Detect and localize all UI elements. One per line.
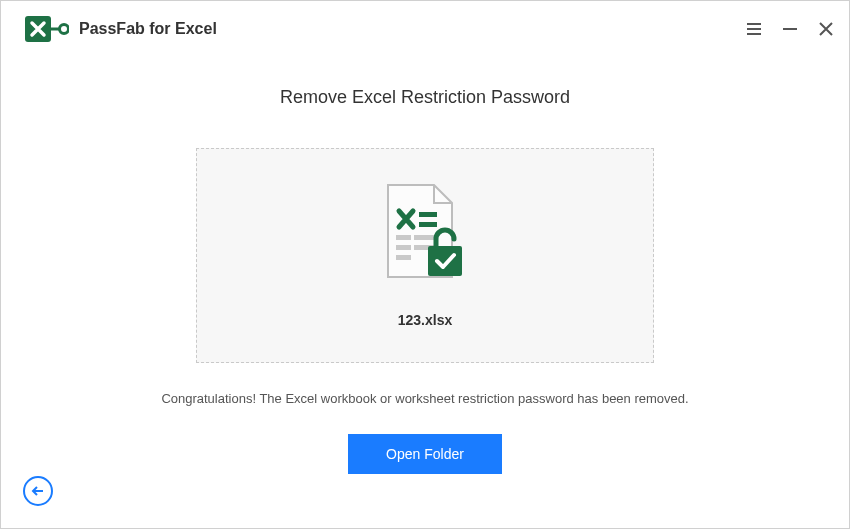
- brand: PassFab for Excel: [25, 14, 217, 44]
- menu-icon[interactable]: [745, 20, 763, 38]
- arrow-left-icon: [31, 484, 45, 498]
- svg-rect-9: [396, 255, 411, 260]
- brand-name: PassFab for Excel: [79, 20, 217, 38]
- status-text: Congratulations! The Excel workbook or w…: [1, 391, 849, 406]
- svg-rect-5: [396, 235, 411, 240]
- app-logo-icon: [25, 14, 69, 44]
- titlebar: PassFab for Excel: [1, 1, 849, 57]
- main-content: Remove Excel Restriction Password 123.xl…: [1, 57, 849, 474]
- file-name: 123.xlsx: [398, 312, 453, 328]
- svg-rect-4: [419, 222, 437, 227]
- page-title: Remove Excel Restriction Password: [1, 87, 849, 108]
- back-button[interactable]: [23, 476, 53, 506]
- excel-unlocked-icon: [380, 183, 470, 292]
- svg-rect-10: [428, 246, 462, 276]
- svg-rect-7: [396, 245, 411, 250]
- open-folder-button[interactable]: Open Folder: [348, 434, 502, 474]
- svg-point-2: [60, 25, 69, 34]
- minimize-icon[interactable]: [781, 20, 799, 38]
- window-controls: [745, 20, 835, 38]
- file-result-panel: 123.xlsx: [196, 148, 654, 363]
- close-icon[interactable]: [817, 20, 835, 38]
- svg-rect-3: [419, 212, 437, 217]
